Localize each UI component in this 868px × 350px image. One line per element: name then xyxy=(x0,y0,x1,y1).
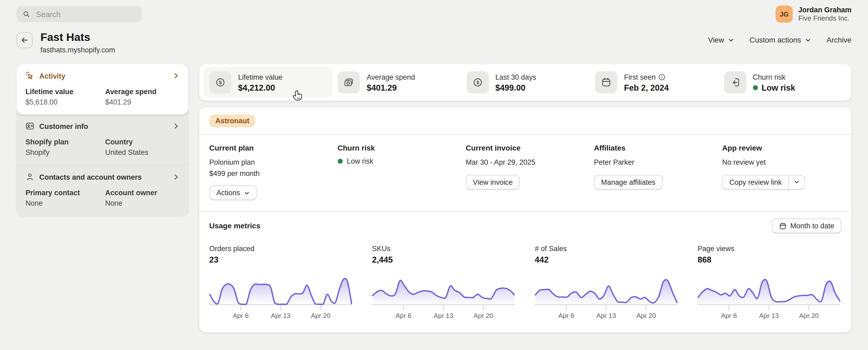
app-window: JG Jordan Graham Five Friends Inc. Fast … xyxy=(0,0,868,350)
sidebar-field: Account owner None xyxy=(105,188,179,207)
copy-review-link-caret-button[interactable] xyxy=(788,175,804,189)
chevron-right-icon xyxy=(173,72,179,79)
sidebar-section-activity-header[interactable]: Activity xyxy=(25,71,179,80)
view-invoice-button[interactable]: View invoice xyxy=(466,175,520,189)
svg-text:Apr 6: Apr 6 xyxy=(558,312,574,319)
custom-actions-menu-button[interactable]: Custom actions xyxy=(749,36,811,44)
sparkline-page-views: Apr 6Apr 13Apr 20 xyxy=(698,276,841,319)
stat-value: $401.29 xyxy=(367,83,415,92)
svg-text:Apr 20: Apr 20 xyxy=(637,312,656,319)
stats-card: $ Lifetime value $4,212.00 xyxy=(199,64,852,101)
search-icon xyxy=(23,10,30,18)
chevron-right-icon xyxy=(173,174,179,180)
field-label: Average spend xyxy=(105,88,179,96)
affiliate-name: Peter Parker xyxy=(594,157,713,168)
field-value: United States xyxy=(105,148,179,156)
sidebar-section-customer-info-header[interactable]: Customer info xyxy=(25,121,179,131)
churn-risk-column: Churn risk Low risk xyxy=(338,144,457,200)
current-invoice-column: Current invoice Mar 30 - Apr 29, 2025 Vi… xyxy=(466,144,585,200)
view-invoice-label: View invoice xyxy=(473,178,513,186)
sidebar-field: Average spend $401.29 xyxy=(105,88,179,106)
stat-first-seen[interactable]: First seen Feb 2, 2024 xyxy=(590,67,718,98)
risk-status-dot xyxy=(753,85,758,90)
user-company: Five Friends Inc. xyxy=(798,14,851,23)
search-bar[interactable] xyxy=(17,6,142,22)
risk-status-text: Low risk xyxy=(347,157,373,165)
invoice-period: Mar 30 - Apr 29, 2025 xyxy=(466,157,585,168)
metric-value: 2,445 xyxy=(372,255,516,265)
sidebar-field: Country United States xyxy=(105,138,179,156)
field-label: Account owner xyxy=(105,188,179,197)
sidebar-field: Lifetime value $5,618.00 xyxy=(25,88,99,106)
copy-review-link-split-button: Copy review link xyxy=(722,175,805,189)
date-range-label: Month to date xyxy=(790,222,834,230)
sidebar: Activity Lifetime value $5,618.00 Averag… xyxy=(17,64,188,216)
sidebar-section-contacts-header[interactable]: Contacts and account owners xyxy=(25,172,179,181)
stat-value: Low risk xyxy=(753,83,795,92)
archive-button[interactable]: Archive xyxy=(827,36,851,44)
id-card-icon xyxy=(25,121,34,131)
svg-text:Apr 13: Apr 13 xyxy=(271,312,290,319)
user-name: Jordan Graham xyxy=(798,6,851,14)
metrics-grid: Orders placed 23 Apr 6Apr 13Apr 20 SKUs … xyxy=(209,244,841,319)
field-value: $401.29 xyxy=(105,98,179,106)
plan-tier-badge: Astronaut xyxy=(209,114,255,127)
topbar: JG Jordan Graham Five Friends Inc. xyxy=(0,0,868,27)
dollar-circle-icon: $ xyxy=(209,71,231,94)
stat-last-30-days[interactable]: $ Last 30 days $499.00 xyxy=(461,67,590,98)
search-input[interactable] xyxy=(35,9,135,19)
field-label: Country xyxy=(105,138,179,146)
dollar-circle-icon: $ xyxy=(467,71,489,94)
stat-average-spend[interactable]: Average spend $401.29 xyxy=(333,67,461,98)
chevron-right-icon xyxy=(173,123,179,130)
metric-page-views: Page views 868 Apr 6Apr 13Apr 20 xyxy=(698,244,841,319)
date-range-button[interactable]: Month to date xyxy=(771,218,841,234)
main-panel: $ Lifetime value $4,212.00 xyxy=(199,64,852,332)
metric-label: # of Sales xyxy=(535,244,679,253)
sidebar-section-activity: Activity Lifetime value $5,618.00 Averag… xyxy=(17,64,188,114)
affiliates-column: Affiliates Peter Parker Manage affiliate… xyxy=(594,144,713,200)
stat-value: $4,212.00 xyxy=(238,83,282,92)
stat-value: Feb 2, 2024 xyxy=(624,83,669,92)
svg-text:Apr 6: Apr 6 xyxy=(396,312,411,319)
metric-value: 23 xyxy=(209,255,353,265)
manage-affiliates-label: Manage affiliates xyxy=(601,178,655,186)
content: Activity Lifetime value $5,618.00 Averag… xyxy=(0,54,868,332)
chevron-down-icon xyxy=(805,37,811,43)
user-menu[interactable]: JG Jordan Graham Five Friends Inc. xyxy=(776,6,852,23)
view-menu-button[interactable]: View xyxy=(708,36,734,44)
field-label: Primary contact xyxy=(25,188,99,197)
column-title: Affiliates xyxy=(594,144,713,152)
svg-text:Apr 13: Apr 13 xyxy=(759,312,779,319)
stat-label: Average spend xyxy=(367,73,415,81)
column-title: Current invoice xyxy=(466,144,585,152)
sidebar-section-title: Contacts and account owners xyxy=(39,173,168,181)
actions-dropdown-button[interactable]: Actions xyxy=(209,185,257,200)
cash-icon xyxy=(338,71,360,94)
risk-status-text: Low risk xyxy=(762,83,795,92)
svg-text:Apr 13: Apr 13 xyxy=(434,312,453,319)
stat-churn-risk[interactable]: Churn risk Low risk xyxy=(718,67,847,98)
svg-text:Apr 13: Apr 13 xyxy=(596,312,616,319)
copy-review-link-button[interactable]: Copy review link xyxy=(723,175,788,189)
stat-value: $499.00 xyxy=(495,83,536,92)
metric-orders-placed: Orders placed 23 Apr 6Apr 13Apr 20 xyxy=(209,244,353,319)
metric-number-of-sales: # of Sales 442 Apr 6Apr 13Apr 20 xyxy=(535,244,679,319)
metric-value: 868 xyxy=(698,255,841,265)
sidebar-section-title: Customer info xyxy=(39,122,168,130)
column-title: Churn risk xyxy=(338,144,457,152)
custom-actions-label: Custom actions xyxy=(749,36,801,44)
activity-click-icon xyxy=(25,71,34,80)
info-circle-icon[interactable] xyxy=(658,73,665,80)
stat-lifetime-value[interactable]: $ Lifetime value $4,212.00 xyxy=(204,67,333,98)
overview-columns: Current plan Polonium plan $499 per mont… xyxy=(199,135,852,211)
svg-text:Apr 20: Apr 20 xyxy=(311,312,330,319)
sidebar-section-customer-info: Customer info Shopify plan Shopify Count… xyxy=(17,114,188,165)
field-label: Lifetime value xyxy=(25,88,99,96)
back-button[interactable] xyxy=(17,32,33,48)
stat-label-text: First seen xyxy=(624,73,656,81)
field-value: None xyxy=(25,199,99,208)
person-icon xyxy=(25,172,34,181)
chevron-down-icon xyxy=(794,179,800,185)
manage-affiliates-button[interactable]: Manage affiliates xyxy=(594,175,663,189)
